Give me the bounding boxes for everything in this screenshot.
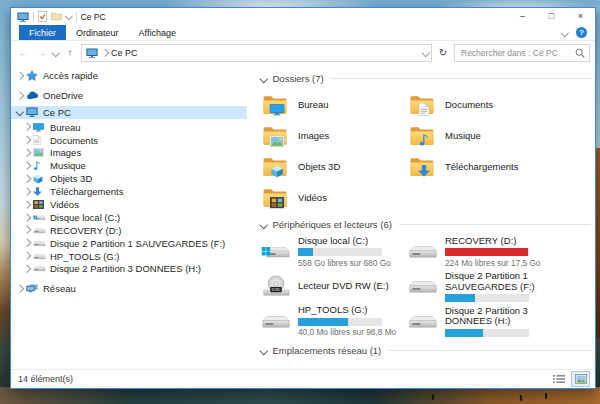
- properties-icon[interactable]: [38, 11, 47, 22]
- folder-tile-videos[interactable]: Vidéos: [261, 183, 408, 211]
- folder-videos-icon: [261, 183, 289, 211]
- up-button[interactable]: ↑: [63, 47, 78, 58]
- sidebar-item-musique[interactable]: Musique: [11, 159, 247, 172]
- drive-tile-hp-tools-g[interactable]: HP_TOOLS (G:) 40,0 Mo libres sur 98,8 Mo: [261, 305, 408, 337]
- folder-tile-bureau[interactable]: Bureau: [261, 90, 408, 118]
- group-header[interactable]: Dossiers (7): [261, 73, 591, 84]
- window-title: Ce PC: [81, 12, 106, 22]
- sidebar-item-sauvegardes-f[interactable]: Disque 2 Partition 1 SAUVEGARDES (F:): [11, 237, 247, 250]
- chevron-right-icon: [23, 162, 31, 170]
- chevron-right-icon: [23, 265, 31, 273]
- divider: [33, 12, 34, 22]
- title-bar[interactable]: Ce PC – □ ×: [11, 8, 595, 25]
- address-dropdown-chevron-icon[interactable]: [421, 49, 429, 57]
- drive-tile-recovery-d[interactable]: RECOVERY (D:) 224 Mo libres sur 17,5 Go: [408, 236, 555, 268]
- chevron-right-icon: [23, 136, 31, 144]
- chevron-right-icon: [16, 285, 24, 293]
- star-icon: [26, 70, 39, 81]
- chevron-down-icon: [16, 108, 24, 116]
- onedrive-cloud-icon: [26, 90, 39, 101]
- sidebar-item-images[interactable]: Images: [11, 146, 247, 159]
- drive-tile-disque-local-c[interactable]: Disque local (C:) 558 Go libres sur 680 …: [261, 236, 408, 268]
- chevron-right-icon: [16, 91, 24, 99]
- minimize-button[interactable]: –: [508, 8, 537, 25]
- tab-fichier[interactable]: Fichier: [19, 25, 66, 40]
- sidebar-item-recovery-d[interactable]: RECOVERY (D:): [11, 224, 247, 237]
- address-bar[interactable]: Ce PC: [81, 44, 433, 62]
- folder-tile-telechargements[interactable]: Téléchargements: [408, 152, 555, 180]
- network-tile-labox3410[interactable]: LABOX3410: [261, 362, 408, 369]
- shore-decoration: [0, 387, 600, 404]
- item-count: 14 élément(s): [18, 374, 73, 384]
- folder-tile-objets-3d[interactable]: Objets 3D: [261, 152, 408, 180]
- picture-icon: [33, 147, 46, 158]
- document-icon: [33, 135, 46, 146]
- group-header[interactable]: Périphériques et lecteurs (6): [261, 219, 591, 230]
- collapse-group-chevron-icon[interactable]: [260, 75, 268, 83]
- folder-tile-musique[interactable]: Musique: [408, 121, 555, 149]
- close-button[interactable]: ×: [566, 8, 595, 25]
- sidebar-item-disque-c[interactable]: Disque local (C:): [11, 211, 247, 224]
- sidebar-item-hp-tools-g[interactable]: HP_TOOLS (G:): [11, 250, 247, 263]
- network-grid: LABOX3410: [261, 362, 591, 369]
- system-drive-icon: [261, 242, 291, 261]
- group-title: Emplacements réseau (1): [273, 345, 382, 356]
- folder-tile-documents[interactable]: Documents: [408, 90, 555, 118]
- search-input[interactable]: [459, 47, 572, 59]
- folder-documents-icon: [408, 90, 436, 118]
- expand-ribbon-chevron-icon[interactable]: [560, 29, 568, 37]
- group-header[interactable]: Emplacements réseau (1): [261, 345, 591, 356]
- search-box[interactable]: [454, 44, 590, 62]
- chevron-right-icon: [23, 213, 31, 221]
- music-note-icon: [33, 160, 46, 171]
- customize-qat-chevron-icon[interactable]: [65, 12, 73, 20]
- drive-icon: [33, 263, 46, 274]
- collapse-group-chevron-icon[interactable]: [260, 347, 268, 355]
- capacity-bar: [298, 248, 382, 256]
- folder-tile-images[interactable]: Images: [261, 121, 408, 149]
- sidebar-item-videos[interactable]: Vidéos: [11, 198, 247, 211]
- cube-3d-icon: [33, 173, 46, 184]
- chevron-right-icon: [23, 123, 31, 131]
- large-icons-view-button[interactable]: [571, 371, 590, 387]
- details-view-button[interactable]: [549, 371, 568, 387]
- sidebar-item-bureau[interactable]: Bureau: [11, 121, 247, 134]
- drives-grid: Disque local (C:) 558 Go libres sur 680 …: [261, 236, 591, 337]
- drive-tile-dvd-e[interactable]: Lecteur DVD RW (E:): [261, 271, 408, 302]
- capacity-bar-fill: [298, 248, 313, 256]
- sidebar-item-onedrive[interactable]: OneDrive: [11, 89, 247, 102]
- drive-tile-donnees-h[interactable]: Disque 2 Partition 3 DONNEES (H:): [408, 305, 555, 337]
- sidebar-item-telechargements[interactable]: Téléchargements: [11, 185, 247, 198]
- sidebar-item-donnees-h[interactable]: Disque 2 Partition 3 DONNEES (H:): [11, 262, 247, 275]
- folder-3d-objects-icon: [261, 152, 289, 180]
- refresh-button[interactable]: ↻: [435, 47, 451, 58]
- drive-icon: [408, 242, 438, 261]
- drive-tile-sauvegardes-f[interactable]: Disque 2 Partition 1 SAUVEGARDES (F:): [408, 271, 555, 302]
- capacity-bar: [445, 294, 529, 302]
- recent-locations-chevron-icon[interactable]: [52, 49, 60, 57]
- sidebar-item-objets-3d[interactable]: Objets 3D: [11, 172, 247, 185]
- sidebar-item-ce-pc[interactable]: Ce PC: [11, 106, 247, 119]
- bird-silhouette: [545, 393, 547, 399]
- free-space-text: 558 Go libres sur 680 Go: [298, 258, 391, 268]
- drive-icon: [33, 238, 46, 249]
- navigation-bar: ← → ↑ Ce PC ↻: [11, 41, 595, 64]
- sidebar-item-reseau[interactable]: Réseau: [11, 282, 247, 295]
- collapse-group-chevron-icon[interactable]: [260, 221, 268, 229]
- tab-affichage[interactable]: Affichage: [129, 25, 186, 40]
- breadcrumb[interactable]: Ce PC: [111, 48, 138, 58]
- sidebar-item-acces-rapide[interactable]: Accès rapide: [11, 69, 247, 82]
- group-title: Périphériques et lecteurs (6): [273, 219, 392, 230]
- maximize-button[interactable]: □: [537, 8, 566, 25]
- chevron-right-icon: [23, 201, 31, 209]
- capacity-bar-fill: [445, 294, 475, 302]
- forward-button[interactable]: →: [34, 47, 49, 58]
- group-header-rule: [331, 78, 591, 79]
- search-icon[interactable]: [575, 48, 585, 58]
- back-button[interactable]: ←: [16, 47, 31, 58]
- sidebar-item-documents[interactable]: Documents: [11, 134, 247, 147]
- tab-ordinateur[interactable]: Ordinateur: [66, 25, 129, 40]
- help-icon[interactable]: ?: [576, 27, 587, 38]
- new-folder-icon[interactable]: [51, 12, 62, 21]
- chevron-right-icon: [16, 72, 24, 80]
